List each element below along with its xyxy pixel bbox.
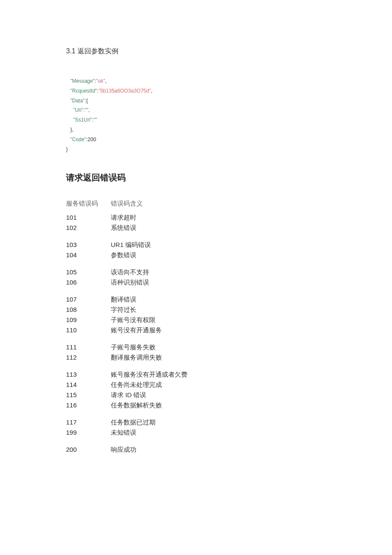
error-section-title: 请求返回错误码 <box>66 172 326 183</box>
error-meaning: 请求超时 <box>111 214 326 222</box>
error-meaning: 请求 ID 错误 <box>111 391 326 399</box>
error-meaning: 未知错误 <box>111 429 326 437</box>
error-row: 102系统错误 <box>66 224 326 232</box>
error-code: 105 <box>66 268 111 276</box>
error-code: 103 <box>66 241 111 249</box>
error-code: 101 <box>66 214 111 222</box>
error-meaning: 参数错误 <box>111 251 326 259</box>
error-meaning: 子账号服务失败 <box>111 343 326 352</box>
error-meaning: 该语向不支持 <box>111 268 326 276</box>
error-row: 103UR1 编码错误 <box>66 241 326 249</box>
error-meaning: 响应成功 <box>111 446 326 454</box>
error-code: 112 <box>66 354 111 362</box>
error-row: 113账号服务没有开通或者欠费 <box>66 371 326 379</box>
error-table-header: 服务错误码 错误码含义 <box>66 200 326 208</box>
error-row: 104参数错误 <box>66 251 326 259</box>
error-meaning: 翻译错误 <box>111 296 326 304</box>
error-code: 111 <box>66 343 111 352</box>
error-code: 117 <box>66 418 111 427</box>
error-row: 108字符过长 <box>66 306 326 314</box>
error-meaning: 翻译服务调用失败 <box>111 354 326 362</box>
error-meaning: 任务尚未处理完成 <box>111 381 326 389</box>
error-code: 102 <box>66 224 111 232</box>
error-table: 服务错误码 错误码含义 101请求超时102系统错误103UR1 编码错误104… <box>66 200 326 454</box>
error-row: 111子账号服务失败 <box>66 343 326 352</box>
error-meaning: 语种识别错误 <box>111 279 326 287</box>
code-line: "RcquestId":"5b135a6OO3a3O75d", <box>66 86 326 96</box>
error-code: 104 <box>66 251 111 259</box>
error-code: 200 <box>66 446 111 454</box>
error-row: 112翻译服务调用失败 <box>66 354 326 362</box>
error-row: 105该语向不支持 <box>66 268 326 276</box>
error-code: 113 <box>66 371 111 379</box>
section-title: 3.1 返回参数实例 <box>66 47 326 56</box>
error-code: 107 <box>66 296 111 304</box>
code-block: "Message":"ok", "RcquestId":"5b135a6OO3a… <box>66 76 326 154</box>
error-meaning: 账号没有开通服务 <box>111 326 326 334</box>
error-code: 110 <box>66 326 111 334</box>
error-row: 115请求 ID 错误 <box>66 391 326 399</box>
error-meaning: 账号服务没有开通或者欠费 <box>111 371 326 379</box>
error-code: 114 <box>66 381 111 389</box>
code-line: "Message":"ok", <box>66 76 326 86</box>
code-line: }, <box>66 125 326 135</box>
code-line: "Data":{ <box>66 96 326 106</box>
error-meaning: 子账号没有权限 <box>111 316 326 324</box>
error-meaning: UR1 编码错误 <box>111 241 326 249</box>
error-code: 199 <box>66 429 111 437</box>
error-code: 116 <box>66 401 111 410</box>
error-row: 116任务数据解析失败 <box>66 401 326 410</box>
error-row: 199未知错误 <box>66 429 326 437</box>
error-meaning: 任务数据解析失败 <box>111 401 326 410</box>
error-code: 109 <box>66 316 111 324</box>
error-meaning: 字符过长 <box>111 306 326 314</box>
error-row: 106语种识别错误 <box>66 279 326 287</box>
error-row: 117任务数据已过期 <box>66 418 326 427</box>
error-code: 108 <box>66 306 111 314</box>
code-line: "Ss1Url":"" <box>66 115 326 125</box>
error-code: 115 <box>66 391 111 399</box>
error-meaning: 任务数据已过期 <box>111 418 326 427</box>
error-row: 200响应成功 <box>66 446 326 454</box>
error-code: 106 <box>66 279 111 287</box>
error-row: 107翻译错误 <box>66 296 326 304</box>
error-row: 101请求超时 <box>66 214 326 222</box>
error-row: 109子账号没有权限 <box>66 316 326 324</box>
code-line: "Uri":"", <box>66 105 326 115</box>
code-line: "Code":200 <box>66 135 326 145</box>
header-code: 服务错误码 <box>66 200 111 208</box>
error-meaning: 系统错误 <box>111 224 326 232</box>
error-row: 110账号没有开通服务 <box>66 326 326 334</box>
error-row: 114任务尚未处理完成 <box>66 381 326 389</box>
header-meaning: 错误码含义 <box>111 200 326 208</box>
code-line: } <box>66 145 326 154</box>
